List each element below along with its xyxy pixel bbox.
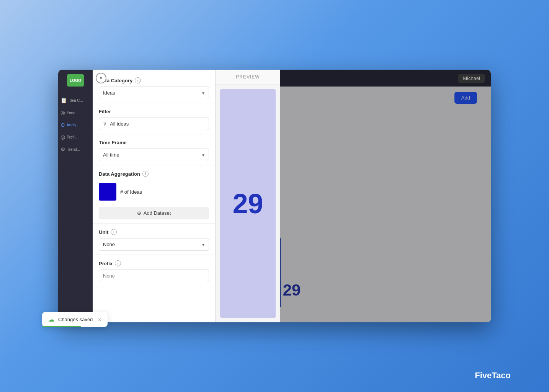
sidebar-item-trends-label: Trend... [67, 147, 80, 152]
sidebar-item-trends[interactable]: ⚙ Trend... [58, 143, 93, 155]
unit-section: Unit i None Count Percentage [93, 224, 215, 255]
sidebar: LOGO 📋 Idea C... ◎ Feed ⊙ Analy... ◎ Pro… [58, 70, 93, 322]
toast-progress-bar [42, 326, 81, 327]
unit-select-wrapper: None Count Percentage [99, 238, 209, 251]
add-dataset-label: Add Dataset [144, 210, 171, 216]
unit-select[interactable]: None Count Percentage [99, 238, 209, 251]
preview-header: PREVIEW [216, 70, 280, 85]
close-button[interactable]: × [96, 73, 106, 83]
sidebar-item-feed-label: Feed [67, 111, 75, 115]
data-aggregation-title: Data Aggregation i [99, 171, 209, 177]
sidebar-item-analytics-label: Analy... [67, 123, 79, 127]
toast-cloud-icon: ☁ [48, 316, 54, 323]
data-aggregation-section: Data Aggregation i # of Ideas ⊕ Add Data… [93, 165, 215, 224]
filter-funnel-icon: ⊽ [103, 121, 107, 127]
data-category-section: Data Category i Ideas Users Comments [93, 70, 215, 103]
data-category-select-wrapper: Ideas Users Comments [99, 87, 209, 99]
form-panel: × Data Category i Ideas Users Comments [93, 70, 215, 322]
sidebar-item-analytics[interactable]: ⊙ Analy... [58, 119, 93, 131]
sidebar-item-profile[interactable]: ◎ Profil... [58, 131, 93, 143]
time-frame-title: Time Frame [99, 140, 209, 145]
modal-overlay: × Data Category i Ideas Users Comments [93, 70, 491, 322]
unit-info-icon[interactable]: i [111, 229, 117, 235]
sidebar-item-idea-label: Idea C... [69, 98, 83, 103]
sidebar-item-idea[interactable]: 📋 Idea C... [58, 94, 93, 106]
time-frame-section: Time Frame All time Last 7 days Last 30 … [93, 134, 215, 165]
filter-value: All ideas [110, 121, 129, 127]
feed-icon: ◎ [60, 109, 65, 116]
data-category-select[interactable]: Ideas Users Comments [99, 87, 209, 99]
preview-number: 29 [232, 188, 263, 219]
app-branding: FiveTaco [475, 371, 511, 381]
data-category-title: Data Category i [99, 77, 209, 83]
trends-icon: ⚙ [60, 146, 65, 152]
add-dataset-plus-icon: ⊕ [137, 210, 141, 216]
prefix-title: Prefix i [99, 260, 209, 266]
toast-close-button[interactable]: × [98, 317, 101, 323]
prefix-section: Prefix i [93, 255, 215, 286]
dataset-color-swatch[interactable] [99, 183, 116, 201]
prefix-input[interactable] [99, 270, 209, 282]
main-window: LOGO 📋 Idea C... ◎ Feed ⊙ Analy... ◎ Pro… [58, 70, 491, 322]
toast-notification: ☁ Changes saved × [42, 312, 108, 327]
prefix-info-icon[interactable]: i [115, 260, 121, 266]
toast-message: Changes saved [58, 317, 93, 322]
sidebar-item-profile-label: Profil... [67, 135, 78, 139]
time-frame-select[interactable]: All time Last 7 days Last 30 days Last y… [99, 149, 209, 161]
time-frame-select-wrapper: All time Last 7 days Last 30 days Last y… [99, 149, 209, 161]
data-aggregation-info-icon[interactable]: i [142, 171, 149, 177]
filter-section: Filter ⊽ All ideas [93, 103, 215, 134]
data-category-info-icon[interactable]: i [135, 77, 141, 83]
add-dataset-button[interactable]: ⊕ Add Dataset [99, 207, 209, 219]
analytics-icon: ⊙ [60, 122, 65, 128]
idea-icon: 📋 [60, 97, 67, 103]
filter-title: Filter [99, 109, 209, 114]
dataset-item: # of Ideas [99, 180, 209, 204]
main-content: Michael 29 Add [93, 70, 491, 322]
modal: × Data Category i Ideas Users Comments [93, 70, 280, 322]
filter-field[interactable]: ⊽ All ideas [99, 118, 209, 130]
unit-title: Unit i [99, 229, 209, 235]
sidebar-item-feed[interactable]: ◎ Feed [58, 106, 93, 119]
profile-icon: ◎ [60, 134, 65, 140]
preview-panel: PREVIEW 29 [215, 70, 280, 322]
dataset-label: # of Ideas [120, 189, 142, 195]
preview-content: 29 [220, 89, 276, 318]
app-logo: LOGO [67, 74, 84, 87]
